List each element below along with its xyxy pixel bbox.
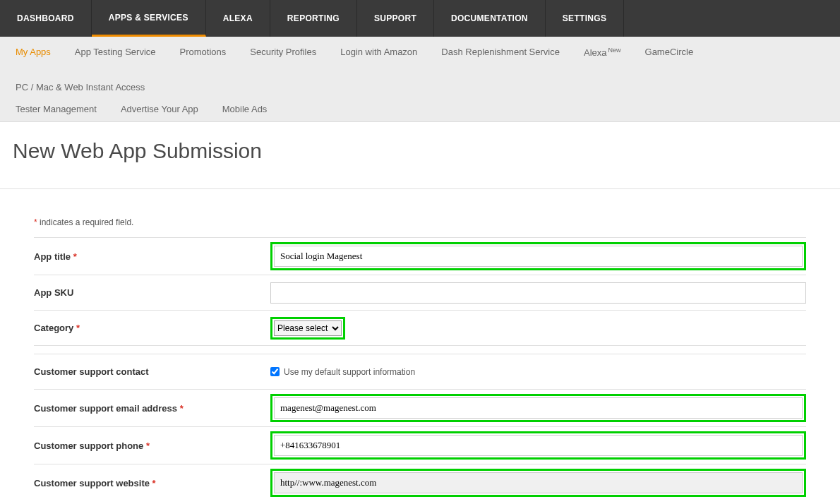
highlight-app-title [270, 242, 806, 270]
nav-support[interactable]: SUPPORT [357, 0, 434, 37]
nav-dashboard[interactable]: DASHBOARD [0, 0, 92, 37]
checkbox-default-support[interactable]: Use my default support information [270, 367, 806, 377]
subnav-pc-mac-web[interactable]: PC / Mac & Web Instant Access [16, 82, 145, 92]
row-support-website: Customer support website * [34, 464, 806, 501]
required-note: * indicates a required field. [34, 217, 806, 237]
subnav-gamecircle[interactable]: GameCircle [645, 47, 694, 58]
row-support-email: Customer support email address * [34, 389, 806, 426]
form-container: * indicates a required field. App title … [0, 189, 840, 504]
nav-apps-services[interactable]: APPS & SERVICES [92, 0, 206, 37]
subnav-dash-replenishment[interactable]: Dash Replenishment Service [441, 47, 560, 58]
label-app-sku: App SKU [34, 287, 270, 298]
page-title: New Web App Submission [0, 122, 840, 189]
nav-alexa[interactable]: ALEXA [206, 0, 270, 37]
label-support-phone: Customer support phone * [34, 440, 270, 451]
subnav-advertise-app[interactable]: Advertise Your App [121, 104, 198, 114]
input-support-phone[interactable] [274, 435, 803, 456]
subnav-promotions[interactable]: Promotions [180, 47, 227, 58]
highlight-support-website [270, 469, 806, 497]
label-support-website: Customer support website * [34, 478, 270, 488]
input-app-sku[interactable] [270, 282, 806, 304]
subnav-my-apps[interactable]: My Apps [16, 47, 51, 58]
top-nav: DASHBOARD APPS & SERVICES ALEXA REPORTIN… [0, 0, 840, 37]
highlight-support-phone [270, 431, 806, 460]
sub-nav: My Apps App Testing Service Promotions S… [0, 37, 840, 122]
label-support-email: Customer support email address * [34, 403, 270, 414]
button-row: Cancel Save [34, 501, 806, 504]
highlight-category: Please select [270, 317, 345, 340]
input-support-email[interactable] [274, 397, 803, 419]
row-category: Category * Please select [34, 310, 806, 345]
subnav-login-amazon[interactable]: Login with Amazon [340, 47, 417, 58]
row-support-contact: Customer support contact Use my default … [34, 354, 806, 389]
input-app-title[interactable] [274, 246, 803, 267]
nav-settings[interactable]: SETTINGS [546, 0, 624, 37]
row-app-title: App title * [34, 237, 806, 275]
row-support-phone: Customer support phone * [34, 426, 806, 464]
select-category[interactable]: Please select [274, 320, 342, 336]
nav-reporting[interactable]: REPORTING [270, 0, 357, 37]
highlight-support-email [270, 394, 806, 422]
label-support-contact: Customer support contact [34, 366, 270, 377]
nav-documentation[interactable]: DOCUMENTATION [434, 0, 546, 37]
label-app-title: App title * [34, 251, 270, 262]
input-support-website[interactable] [274, 472, 803, 493]
subnav-mobile-ads[interactable]: Mobile Ads [222, 104, 268, 114]
checkbox-default-support-input[interactable] [270, 367, 280, 376]
label-category: Category * [34, 323, 270, 333]
row-app-sku: App SKU [34, 275, 806, 310]
subnav-alexa[interactable]: AlexaNew [584, 47, 621, 58]
subnav-tester-management[interactable]: Tester Management [16, 104, 97, 114]
subnav-app-testing[interactable]: App Testing Service [75, 47, 156, 58]
subnav-security-profiles[interactable]: Security Profiles [250, 47, 316, 58]
